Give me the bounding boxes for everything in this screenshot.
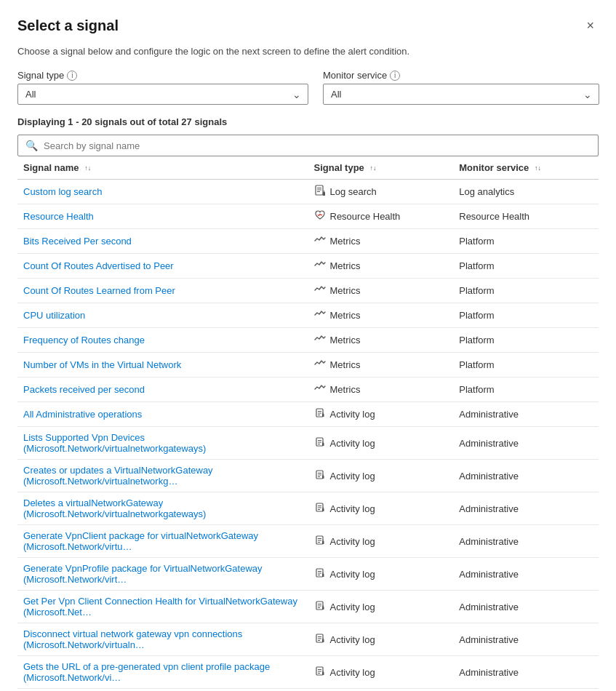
close-button[interactable]: × — [582, 17, 599, 33]
signal-name-link[interactable]: Generate VpnProfile package for VirtualN… — [23, 563, 263, 585]
search-input[interactable] — [44, 140, 591, 151]
signal-type-cell: Metrics — [308, 229, 454, 254]
table-row: Packets received per second Metrics Plat… — [17, 378, 599, 402]
signal-name-cell: CPU utilization — [17, 303, 308, 328]
svg-rect-33 — [318, 542, 320, 543]
signal-type-label: Activity log — [330, 503, 375, 514]
table-row: Count Of Routes Learned from Peer Metric… — [17, 279, 599, 303]
signal-name-link[interactable]: Count Of Routes Learned from Peer — [23, 285, 175, 296]
signal-type-label: Activity log — [330, 438, 375, 449]
panel-header: Select a signal × — [17, 17, 599, 34]
activity-icon — [314, 567, 326, 581]
svg-rect-34 — [322, 541, 324, 544]
signal-type-cell: Activity log — [308, 525, 454, 558]
table-row: Set Vpnclient Ipsec parameters for Virtu… — [17, 689, 599, 692]
signal-name-link[interactable]: CPU utilization — [23, 310, 85, 321]
signal-name-link[interactable]: Generate VpnClient package for virtualNe… — [23, 530, 258, 552]
table-row: Get Per Vpn Client Connection Health for… — [17, 591, 599, 623]
svg-rect-41 — [322, 572, 323, 574]
signal-name-link[interactable]: Deletes a virtualNetworkGateway (Microso… — [23, 498, 206, 519]
signal-name-link[interactable]: Gets the URL of a pre-generated vpn clie… — [23, 661, 270, 683]
signal-name-link[interactable]: Frequency of Routes change — [23, 335, 145, 346]
signal-type-cell: Activity log — [308, 402, 454, 427]
signal-name-link[interactable]: Bits Received Per second — [23, 236, 132, 247]
signal-name-cell: Get Per Vpn Client Connection Health for… — [17, 591, 308, 623]
svg-rect-5 — [324, 191, 324, 193]
svg-rect-27 — [318, 509, 320, 510]
svg-rect-50 — [318, 638, 321, 639]
monitor-service-cell: Platform — [453, 378, 599, 402]
signal-name-cell: Gets the URL of a pre-generated vpn clie… — [17, 656, 308, 689]
monitor-service-cell: Administrative — [453, 623, 599, 656]
svg-rect-9 — [318, 415, 320, 415]
signal-type-label: Metrics — [330, 260, 361, 271]
svg-rect-26 — [318, 507, 321, 508]
signal-name-link[interactable]: Packets received per second — [23, 384, 145, 395]
signal-type-label: Metrics — [330, 384, 361, 395]
signal-name-cell: Count Of Routes Advertised to Peer — [17, 254, 308, 279]
svg-rect-35 — [322, 540, 323, 541]
activity-icon — [314, 502, 326, 516]
signal-type-cell: Metrics — [308, 353, 454, 378]
search-box: 🔍 — [17, 135, 599, 156]
svg-rect-14 — [318, 442, 321, 442]
monitor-service-cell: Platform — [453, 279, 599, 303]
signal-name-link[interactable]: Get Per Vpn Client Connection Health for… — [23, 596, 297, 618]
svg-rect-47 — [322, 605, 323, 607]
svg-rect-38 — [318, 572, 321, 573]
signal-type-cell: Activity log — [308, 492, 454, 525]
svg-rect-29 — [322, 507, 323, 508]
signal-name-cell: All Administrative operations — [17, 402, 308, 427]
col-header-signal-type[interactable]: Signal type ↑↓ — [308, 156, 454, 180]
svg-rect-43 — [318, 604, 321, 604]
signal-type-cell: Metrics — [308, 378, 454, 402]
signal-type-label: Activity log — [330, 471, 375, 482]
monitor-service-cell: Administrative — [453, 689, 599, 692]
signal-type-cell: Metrics — [308, 254, 454, 279]
svg-rect-11 — [322, 412, 323, 414]
signal-name-link[interactable]: Disconnect virtual network gateway vpn c… — [23, 628, 242, 650]
monitor-service-info-icon[interactable]: i — [390, 71, 400, 81]
table-row: Number of VMs in the Virtual Network Met… — [17, 353, 599, 378]
signal-type-label: Metrics — [330, 335, 361, 346]
signal-type-info-icon[interactable]: i — [67, 71, 77, 81]
svg-rect-2 — [317, 190, 321, 191]
monitor-service-cell: Platform — [453, 328, 599, 353]
svg-rect-40 — [322, 574, 324, 577]
signal-type-cell: Activity log — [308, 460, 454, 492]
monitor-service-select[interactable]: All Platform Log analytics Resource Heal… — [323, 84, 599, 105]
signal-type-label: Metrics — [330, 285, 361, 296]
signal-name-link[interactable]: Count Of Routes Advertised to Peer — [23, 260, 174, 271]
svg-rect-52 — [322, 639, 324, 642]
signal-name-cell: Count Of Routes Learned from Peer — [17, 279, 308, 303]
signals-table: Signal name ↑↓ Signal type ↑↓ Monitor se… — [17, 156, 599, 691]
signal-name-link[interactable]: Lists Supported Vpn Devices (Microsoft.N… — [23, 432, 206, 454]
signal-type-select[interactable]: All Metrics Activity log Log search Reso… — [17, 84, 308, 105]
col-header-monitor-service[interactable]: Monitor service ↑↓ — [453, 156, 599, 180]
signal-name-link[interactable]: Number of VMs in the Virtual Network — [23, 359, 181, 370]
svg-rect-25 — [318, 506, 321, 506]
signal-name-link[interactable]: Resource Health — [23, 211, 94, 222]
svg-rect-37 — [318, 571, 321, 572]
signal-name-cell: Generate VpnProfile package for VirtualN… — [17, 558, 308, 591]
signal-type-cell: Metrics — [308, 303, 454, 328]
signal-type-label: Signal type i — [17, 70, 308, 81]
count-text: Displaying 1 - 20 signals out of total 2… — [17, 116, 599, 127]
panel-title: Select a signal — [17, 17, 119, 34]
signal-name-cell: Lists Supported Vpn Devices (Microsoft.N… — [17, 427, 308, 460]
filters-row: Signal type i All Metrics Activity log L… — [17, 70, 599, 105]
svg-rect-17 — [322, 442, 323, 443]
signal-type-sort-icon: ↑↓ — [369, 165, 376, 172]
signal-name-link[interactable]: Creates or updates a VirtualNetworkGatew… — [23, 465, 213, 487]
table-row: Bits Received Per second Metrics Platfor… — [17, 229, 599, 254]
svg-rect-51 — [318, 640, 320, 641]
log-icon — [314, 185, 326, 199]
table-row: Custom log search Log search Log analyti… — [17, 180, 599, 204]
col-header-signal-name[interactable]: Signal name ↑↓ — [17, 156, 308, 180]
signal-name-link[interactable]: Custom log search — [23, 186, 102, 197]
select-signal-panel: Select a signal × Choose a signal below … — [0, 0, 616, 691]
signal-type-label: Metrics — [330, 359, 361, 370]
signal-name-link[interactable]: All Administrative operations — [23, 409, 142, 420]
metrics-icon — [314, 308, 326, 322]
panel-description: Choose a signal below and configure the … — [17, 46, 599, 57]
